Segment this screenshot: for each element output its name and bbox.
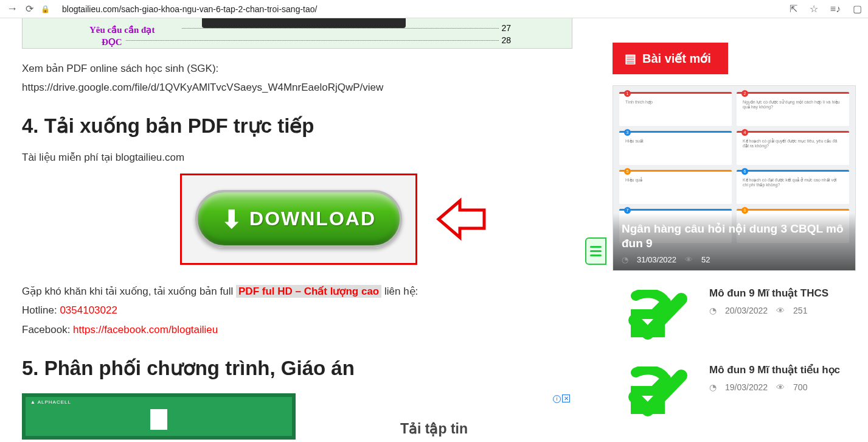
post-views: 700 — [793, 382, 807, 392]
post-title: Mô đun 9 Mĩ thuật tiểu học — [709, 363, 856, 376]
post-title: Mô đun 9 Mĩ thuật THCS — [709, 287, 856, 300]
mini-card: 6Kế hoạch có đạt được kết quả ở mức cao … — [737, 170, 849, 204]
mini-card: 2Nguồn lực có được sử dụng một cách hợp … — [737, 92, 849, 126]
eye-icon: 👁 — [685, 255, 693, 264]
featured-views: 52 — [701, 255, 710, 264]
bookmark-icon[interactable]: ☆ — [810, 3, 818, 15]
book-preview-crop: Yêu cầu cần đạt 27 ĐỌC 28 — [22, 18, 572, 49]
url-bar[interactable]: blogtailieu.com/sach-giao-khoa-ngu-van-6… — [57, 4, 777, 14]
ad-brand: ▲ ALPHACELL — [30, 399, 71, 405]
download-label: DOWNLOAD — [249, 208, 376, 230]
hotline-link[interactable]: 0354103022 — [60, 304, 117, 316]
view-online-label: Xem bản PDF online sách học sinh (SGK): — [22, 60, 613, 79]
ad-close-icon[interactable]: ✕ — [562, 395, 570, 402]
clock-icon: ◔ — [709, 382, 717, 392]
ad-info-icon[interactable]: i — [553, 395, 561, 403]
sidebar: ▤ Bài viết mới 1Tính thích hợp2Nguồn lực… — [613, 18, 868, 442]
download-button[interactable]: ⬇ DOWNLOAD — [195, 190, 402, 248]
toc-page-2: 28 — [501, 35, 511, 45]
mini-card: 5Hiệu quả — [619, 170, 732, 204]
post-date: 20/03/2022 — [725, 306, 768, 315]
reload-button[interactable]: ⟳ — [26, 3, 33, 15]
trouble-line: Gặp khó khăn khi tải xuống, tải xuống bả… — [22, 282, 613, 301]
post-thumbnail — [613, 287, 701, 348]
file-icon — [150, 409, 167, 430]
advertisement[interactable]: ▲ ALPHACELL Tải tập tin i✕ — [22, 393, 572, 440]
share-icon[interactable]: ⇱ — [790, 3, 797, 15]
reading-list-icon[interactable]: ≡♪ — [830, 4, 841, 15]
download-highlight-frame: ⬇ DOWNLOAD — [180, 174, 417, 265]
clock-icon: ◔ — [622, 255, 628, 264]
post-date: 19/03/2022 — [725, 382, 768, 392]
featured-date: 31/03/2022 — [637, 255, 676, 264]
drive-link[interactable]: https://drive.google.com/file/d/1QVKyAMl… — [22, 79, 613, 97]
free-text: Tài liệu miễn phí tại blogtailieu.com — [22, 149, 613, 167]
eye-icon: 👁 — [776, 382, 785, 392]
mini-card: 1Tính thích hợp — [619, 92, 732, 126]
widget-header: ▤ Bài viết mới — [613, 43, 728, 74]
facebook-line: Facebook: https://facebook.com/blogtaili… — [22, 320, 613, 339]
post-thumbnail — [613, 363, 701, 424]
heading-5: 5. Phân phối chương trình, Giáo án — [22, 356, 613, 380]
floating-menu-tab[interactable] — [585, 237, 606, 265]
pointer-arrow-icon — [436, 192, 490, 247]
featured-title: Ngân hàng câu hỏi nội dung 3 CBQL mô đun… — [622, 222, 847, 251]
post-item[interactable]: Mô đun 9 Mĩ thuật tiểu học ◔ 19/03/2022 … — [613, 363, 856, 424]
toc-line-2: ĐỌC — [102, 37, 122, 47]
post-views: 251 — [793, 306, 807, 315]
ad-title: Tải tập tin — [400, 421, 468, 437]
heading-4: 4. Tải xuống bản PDF trực tiếp — [22, 114, 613, 138]
featured-post[interactable]: 1Tính thích hợp2Nguồn lực có được sử dụn… — [613, 85, 856, 271]
news-icon: ▤ — [625, 51, 636, 66]
toc-page-1: 27 — [501, 23, 511, 33]
clock-icon: ◔ — [709, 306, 717, 315]
browser-toolbar: → ⟳ 🔒 blogtailieu.com/sach-giao-khoa-ngu… — [0, 0, 868, 18]
lock-icon: 🔒 — [41, 5, 50, 13]
toc-line-1: Yêu cầu cần đạt — [89, 24, 155, 35]
mini-card: 4Kế hoạch có giải quyết được mục tiêu, y… — [737, 131, 849, 165]
article-body: Yêu cầu cần đạt 27 ĐỌC 28 Xem bản PDF on… — [0, 18, 613, 442]
mini-card: 3Hiệu suất — [619, 131, 732, 165]
extension-icon[interactable]: ▢ — [853, 3, 862, 15]
hotline-line: Hotline: 0354103022 — [22, 301, 613, 320]
eye-icon: 👁 — [776, 306, 785, 315]
facebook-link[interactable]: https://facebook.com/blogtailieu — [73, 324, 218, 335]
download-arrow-icon: ⬇ — [221, 205, 242, 233]
hd-highlight: PDF ful HD – Chất lượng cao — [236, 285, 381, 298]
post-item[interactable]: Mô đun 9 Mĩ thuật THCS ◔ 20/03/2022 👁 25… — [613, 287, 856, 348]
forward-button[interactable]: → — [6, 2, 18, 15]
